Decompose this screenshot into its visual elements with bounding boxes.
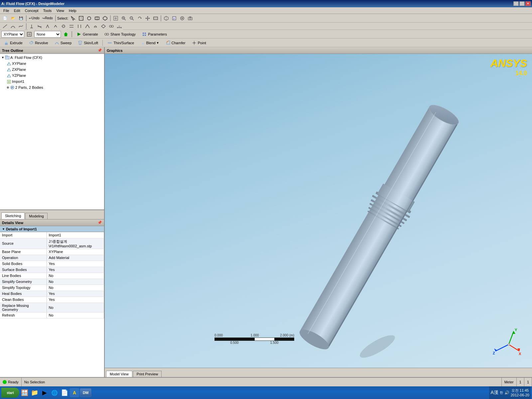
constraint-9[interactable] [92, 23, 99, 30]
svg-rect-65 [145, 35, 146, 36]
select-mode-3[interactable] [85, 15, 93, 22]
details-cell-label: Operation [0, 255, 47, 261]
tree-item-yzplane[interactable]: YZPlane [7, 72, 103, 78]
select-mode-5[interactable] [101, 15, 109, 22]
constraint-8[interactable] [84, 23, 91, 30]
view-front[interactable]: F [171, 15, 178, 22]
modeling-tab[interactable]: Modeling [25, 213, 48, 219]
details-cell-label: Base Plane [0, 249, 47, 255]
apply-btn[interactable] [62, 31, 69, 38]
skin-loft-button[interactable]: Skin/Loft [75, 39, 100, 47]
minimize-button[interactable]: ─ [513, 1, 519, 6]
menu-file[interactable]: File [1, 8, 11, 13]
revolve-button[interactable]: Revolve [26, 39, 51, 47]
isometric-view[interactable] [163, 15, 170, 22]
draw-spline[interactable] [17, 23, 25, 30]
bottom-tabs: Model View Print Preview [105, 368, 532, 377]
parameters-button[interactable]: Parameters [139, 31, 169, 38]
save-button[interactable]: 💾 [17, 15, 25, 22]
blend-button[interactable]: Blend ▼ [138, 39, 162, 47]
tree-item-root[interactable]: ▼ A: Fluid Flow (CFX) [1, 55, 103, 61]
svg-marker-46 [101, 25, 105, 28]
taskbar-acrobat[interactable]: 📄 [60, 388, 69, 397]
svg-point-60 [107, 33, 109, 35]
draw-arc[interactable] [9, 23, 17, 30]
taskbar-dm[interactable]: DM [80, 388, 91, 397]
constraint-7[interactable] [76, 23, 83, 30]
ops-row: Extrude Revolve Sweep Skin/Loft Thin/Sur… [0, 39, 532, 47]
taskbar-hlp[interactable]: A [70, 388, 79, 397]
taskbar-ie[interactable]: 🌐 [50, 388, 59, 397]
constraint-4[interactable] [52, 23, 59, 30]
taskbar-clock: 오전 11:45 2012-06-20 [511, 388, 529, 398]
start-button[interactable]: start [1, 388, 19, 398]
constraint-3[interactable] [44, 23, 51, 30]
sketching-tab[interactable]: Sketching [1, 212, 25, 219]
select-mode-2[interactable] [77, 15, 85, 22]
taskbar-windows[interactable]: 🪟 [20, 388, 29, 397]
share-topology-button[interactable]: Share Topology [102, 31, 138, 38]
constraint-5[interactable] [60, 23, 67, 30]
tree-item-zxplane[interactable]: ZXPlane [7, 66, 103, 72]
pan[interactable] [144, 15, 151, 22]
taskbar-media[interactable]: ▶ [40, 388, 49, 397]
select-mode-4[interactable] [93, 15, 101, 22]
undo-button[interactable]: ↩ Undo [28, 15, 41, 22]
constraint-2[interactable] [36, 23, 43, 30]
taskbar-lang[interactable]: 한 [500, 390, 503, 395]
new-button[interactable]: 📄 [1, 15, 9, 22]
print-preview-tab[interactable]: Print Preview [133, 371, 162, 377]
extrude-button[interactable]: Extrude [1, 39, 25, 47]
svg-text:Y: Y [515, 328, 517, 332]
plane-selector[interactable]: XYPlane ZXPlane YZPlane [1, 31, 24, 38]
chamfer-button[interactable]: Chamfer [163, 39, 188, 47]
taskbar-sound[interactable]: 🔊 [504, 390, 509, 395]
draw-line[interactable] [1, 23, 9, 30]
none-selector[interactable]: None [34, 31, 61, 38]
thin-surface-button[interactable]: Thin/Surface [105, 39, 136, 47]
menu-edit[interactable]: Edit [12, 8, 22, 13]
camera-settings[interactable] [187, 15, 194, 22]
details-pin[interactable]: 📌 [97, 220, 102, 225]
constraint-11[interactable] [108, 23, 115, 30]
model-view-tab[interactable]: Model View [106, 371, 132, 377]
point-button[interactable]: Point [189, 39, 208, 47]
tree-item-xyplane[interactable]: XYPlane [7, 61, 103, 66]
maximize-button[interactable]: □ [519, 1, 525, 6]
graphics-canvas[interactable]: ANSYS 14.0 [105, 54, 532, 368]
look-at[interactable] [179, 15, 186, 22]
constraint-1[interactable] [28, 23, 35, 30]
zoom-in[interactable] [120, 15, 127, 22]
tree-item-parts[interactable]: ⊕ P 2 Parts, 2 Bodies [7, 84, 103, 90]
menu-concept[interactable]: Concept [23, 8, 41, 13]
details-cell-value: No [47, 285, 104, 291]
tree-item-import1[interactable]: I Import1 [7, 78, 103, 84]
svg-rect-63 [145, 33, 146, 34]
details-subheader: ▼ Details of Import1 [0, 226, 104, 232]
details-cell-label: Heal Bodies [0, 291, 47, 297]
constraint-10[interactable] [100, 23, 107, 30]
open-button[interactable]: 📂 [9, 15, 17, 22]
constraint-6[interactable] [68, 23, 75, 30]
scale-bar-graphic [214, 337, 294, 341]
details-cell-label: Refresh [0, 312, 47, 318]
menu-help[interactable]: Help [67, 8, 78, 13]
view-controls-more[interactable] [152, 15, 159, 22]
menu-tools[interactable]: Tools [41, 8, 54, 13]
details-cell-label: Surface Bodies [0, 267, 47, 273]
redo-button[interactable]: ↪ Redo [41, 15, 54, 22]
zoom-out[interactable] [128, 15, 135, 22]
generate-button[interactable]: Generate [74, 31, 100, 38]
menu-view[interactable]: View [54, 8, 66, 13]
select-mode-1[interactable] [69, 15, 77, 22]
close-button[interactable]: ✕ [525, 1, 531, 6]
new-sketch-btn[interactable] [26, 31, 33, 38]
dimension-btn[interactable]: D [116, 23, 123, 30]
zoom-fit[interactable] [112, 15, 119, 22]
rotate[interactable] [136, 15, 143, 22]
taskbar-folder[interactable]: 📁 [30, 388, 39, 397]
sweep-button[interactable]: Sweep [52, 39, 74, 47]
title-bar: A: Fluid Flow (CFX) - DesignModeler ─ □ … [0, 0, 532, 7]
svg-point-28 [182, 18, 183, 19]
tree-pin[interactable]: 📌 [97, 48, 102, 53]
